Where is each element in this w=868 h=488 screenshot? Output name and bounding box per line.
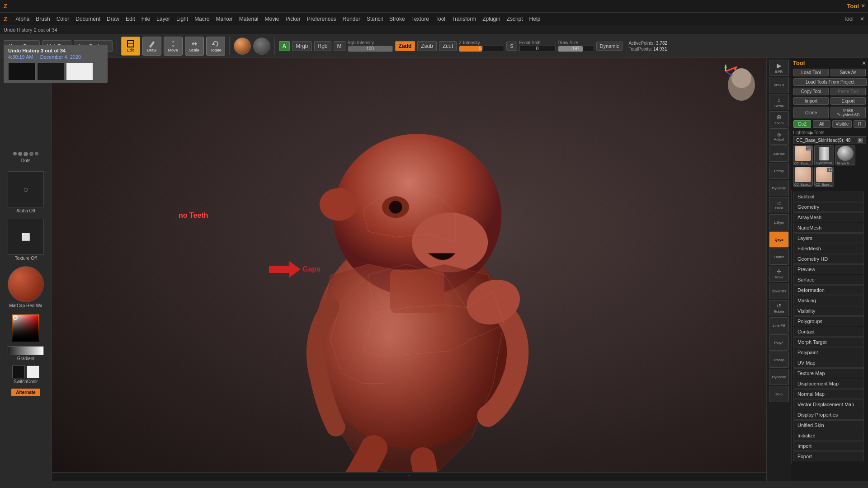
menu-stroke[interactable]: Stroke: [389, 16, 405, 22]
menu-stencil[interactable]: Stencil: [367, 16, 383, 22]
xyz-btn[interactable]: Qxyz: [769, 231, 789, 248]
arraymesh-btn[interactable]: ArrayMesh: [793, 212, 864, 222]
scale-btn[interactable]: Scale: [185, 37, 204, 56]
a-btn[interactable]: A: [279, 41, 290, 51]
menu-render[interactable]: Render: [343, 16, 360, 22]
spix-btn[interactable]: SPix 3: [769, 77, 789, 93]
menu-transform[interactable]: Transform: [452, 16, 476, 22]
zsub-btn[interactable]: Zsub: [417, 41, 437, 51]
edit-btn[interactable]: Edit: [121, 37, 140, 56]
initialize-btn[interactable]: Initialize: [793, 431, 864, 441]
geometry-hd-btn[interactable]: Geometry HD: [793, 254, 864, 264]
undo-thumb-mid[interactable]: [37, 62, 52, 80]
morph-target-btn[interactable]: Morph Target: [793, 337, 864, 347]
draw-btn[interactable]: Draw: [142, 37, 161, 56]
masking-btn[interactable]: Masking: [793, 296, 864, 305]
tool-close-icon[interactable]: ✕: [862, 60, 866, 66]
menu-document[interactable]: Document: [75, 16, 100, 22]
s-btn[interactable]: S: [506, 42, 517, 51]
menu-material[interactable]: Material: [239, 16, 259, 22]
solo-btn[interactable]: Solo: [769, 386, 789, 402]
switch-color-light[interactable]: [27, 366, 39, 378]
menu-item-tool[interactable]: Tool: [847, 3, 859, 9]
polyf-btn[interactable]: PolyF: [769, 334, 789, 351]
save-as-btn[interactable]: Save As: [830, 69, 866, 76]
menu-expand-icon[interactable]: ✕: [861, 3, 865, 9]
menu-marker[interactable]: Marker: [216, 16, 232, 22]
menu-help[interactable]: Help: [529, 16, 541, 22]
frame-btn[interactable]: Frame: [769, 249, 789, 265]
import-tool-btn[interactable]: Import: [793, 441, 864, 451]
rgb-intensity-slider[interactable]: 100: [348, 46, 393, 52]
menu-edit[interactable]: Edit: [126, 16, 135, 22]
nanomesh-btn[interactable]: NanoMesh: [793, 223, 864, 233]
menu-preferences[interactable]: Preferences: [307, 16, 336, 22]
displacement-map-btn[interactable]: Displacement Map: [793, 379, 864, 389]
draw-size-slider[interactable]: 197: [558, 46, 594, 52]
zoom3d-btn[interactable]: Zoom3D: [769, 283, 789, 299]
line-filt-btn[interactable]: Line Filt: [769, 317, 789, 333]
surface-btn[interactable]: Surface: [793, 275, 864, 285]
bpr-btn[interactable]: ▶ BPR: [769, 60, 789, 76]
scroll-btn[interactable]: ↕ Scroll: [769, 94, 789, 110]
matcap-swatch[interactable]: [8, 266, 44, 302]
texture-map-btn[interactable]: Texture Map: [793, 368, 864, 378]
rotate-btn[interactable]: Rotate: [206, 37, 225, 56]
menu-zscript[interactable]: Zscript: [507, 16, 523, 22]
gradient-bar[interactable]: [8, 346, 44, 355]
window-close[interactable]: ✕: [860, 16, 864, 22]
load-tool-btn[interactable]: Load Tool: [793, 69, 829, 76]
vector-displacement-btn[interactable]: Vector Displacement Map: [793, 399, 864, 409]
menu-picker[interactable]: Picker: [286, 16, 301, 22]
visibility-btn[interactable]: Visibility: [793, 306, 864, 316]
zadd-btn[interactable]: Zadd: [395, 41, 415, 51]
polypaint-btn[interactable]: Polypaint: [793, 347, 864, 357]
undo-thumb-dark[interactable]: [8, 62, 35, 80]
menu-zplugin[interactable]: Zplugin: [482, 16, 500, 22]
r-btn[interactable]: R: [854, 120, 866, 128]
color-picker[interactable]: [12, 314, 39, 342]
goz-btn[interactable]: GoZ: [793, 120, 811, 128]
tool-thumb-2[interactable]: Cylinder3D: [814, 145, 834, 165]
menu-texture[interactable]: Texture: [411, 16, 429, 22]
import-btn[interactable]: Import: [793, 97, 829, 105]
rgb-btn[interactable]: Rgb: [314, 41, 331, 51]
m-btn[interactable]: M: [334, 41, 345, 51]
z-intensity-slider[interactable]: 51: [459, 46, 504, 52]
deformation-btn[interactable]: Deformation: [793, 285, 864, 295]
all-btn[interactable]: All: [813, 120, 830, 128]
clone-btn[interactable]: Clone: [793, 107, 829, 118]
dynamic-btn[interactable]: Dynamic: [596, 42, 623, 51]
zoom-btn[interactable]: ⊕ Zoom: [769, 111, 789, 127]
layers-btn[interactable]: Layers: [793, 233, 864, 243]
zcut-btn[interactable]: Zcut: [439, 41, 457, 51]
paste-tool-btn[interactable]: Paste Tool: [830, 88, 866, 95]
active-tool-display[interactable]: CC_Base_SkinHead(9): 48 R: [793, 136, 866, 144]
mrgb-btn[interactable]: Mrgb: [292, 41, 311, 51]
alternate-btn[interactable]: Alternate: [11, 389, 40, 396]
aahalf-btn[interactable]: AAHalf: [769, 145, 789, 162]
load-tools-project-btn[interactable]: Load Tools From Project: [793, 78, 867, 86]
material-sphere[interactable]: [234, 38, 251, 55]
brush-dot-preview[interactable]: [10, 152, 42, 156]
canvas-area[interactable]: no Teeth Gaps: [52, 58, 766, 481]
menu-layer[interactable]: Layer: [156, 16, 170, 22]
focal-shift-slider[interactable]: 0: [519, 46, 556, 52]
menu-macro[interactable]: Macro: [194, 16, 209, 22]
texture-swatch[interactable]: ⬜: [8, 219, 44, 255]
menu-file[interactable]: File: [142, 16, 150, 22]
actual-btn[interactable]: ◎ Actual: [769, 128, 789, 145]
transp-btn[interactable]: Transp: [769, 352, 789, 368]
menu-alpha[interactable]: Alpha: [16, 16, 30, 22]
menu-draw[interactable]: Draw: [107, 16, 119, 22]
menu-movie[interactable]: Movie: [265, 16, 279, 22]
dynamic-side-btn[interactable]: Dynamic: [769, 180, 789, 196]
alpha-swatch[interactable]: ○: [8, 171, 44, 207]
normal-map-btn[interactable]: Normal Map: [793, 389, 864, 399]
material-flat[interactable]: [253, 38, 270, 55]
move-side-btn[interactable]: ✛ Move: [769, 266, 789, 282]
contact-btn[interactable]: Contact: [793, 327, 864, 337]
fibermesh-btn[interactable]: FiberMesh: [793, 244, 864, 253]
menu-color[interactable]: Color: [57, 16, 70, 22]
lsym-btn[interactable]: L.Sym: [769, 214, 789, 230]
